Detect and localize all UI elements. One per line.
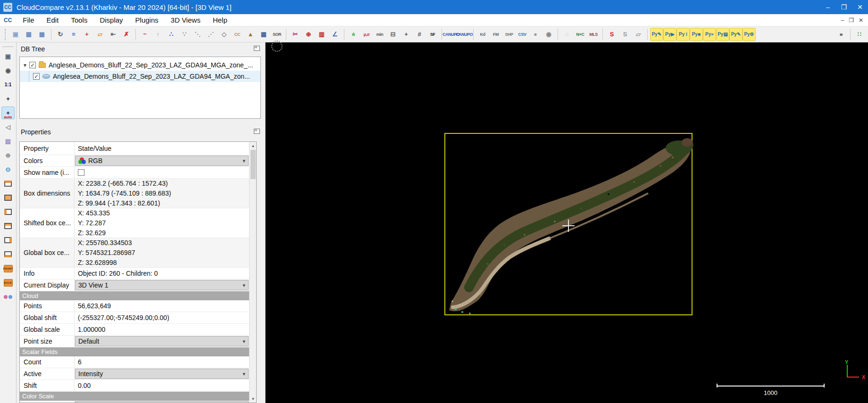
pivot-visibility-icon[interactable]: ⊕: [1, 149, 15, 162]
facet-export-icon[interactable]: ▱: [632, 28, 645, 41]
point-list-picking-icon[interactable]: ~: [138, 28, 151, 41]
sf-arithmetic-icon[interactable]: #: [413, 28, 426, 41]
colors-dropdown[interactable]: RGB▾: [75, 156, 249, 166]
python-settings-icon[interactable]: Py⚙: [743, 28, 756, 41]
csf-filter-icon[interactable]: ▲: [244, 28, 257, 41]
stereo-mode-icon[interactable]: [1, 290, 15, 303]
set-iso-back-view-icon[interactable]: BACK: [1, 276, 15, 289]
apply-transformation-icon[interactable]: +: [80, 28, 93, 41]
tree-item[interactable]: ✓Anglesea_Demons_Bluff_22_Sep_2023_LAZ_G…: [20, 71, 260, 82]
perspective-cube-icon[interactable]: ▧: [1, 135, 15, 148]
clone-icon[interactable]: ▱: [93, 28, 107, 41]
python-run-icon[interactable]: Py▶: [663, 28, 676, 41]
mdi-control-minimize[interactable]: –: [841, 17, 844, 24]
noise-filter-icon[interactable]: ⋱: [191, 28, 204, 41]
python-about-icon[interactable]: Py i: [676, 28, 690, 41]
tree-expander-icon[interactable]: ▼: [23, 63, 29, 68]
kd-tree-icon[interactable]: Kd: [476, 28, 489, 41]
mdi-control-close[interactable]: ✕: [859, 17, 863, 24]
level-tool-icon[interactable]: ∠: [328, 28, 342, 41]
tree-item-checkbox[interactable]: ✓: [29, 62, 36, 68]
set-bottom-view-icon[interactable]: [1, 248, 15, 261]
gaussian-filter-icon[interactable]: μ,σ: [360, 28, 373, 41]
spline-gray-icon[interactable]: S: [618, 28, 632, 41]
add-sf-icon[interactable]: +: [400, 28, 413, 41]
zoom-1-1-icon[interactable]: 1:1: [1, 78, 15, 91]
sphere-icon[interactable]: ●: [529, 28, 542, 41]
viewer-perspective-icon[interactable]: ◁: [1, 121, 15, 133]
set-back-view-icon[interactable]: [1, 220, 15, 232]
3d-viewport[interactable]: 1000 Y X: [266, 42, 868, 403]
masc-classifier-icon[interactable]: ∷: [853, 28, 866, 41]
fast-marching-icon[interactable]: FM: [489, 28, 502, 41]
python-repl-icon[interactable]: Py»: [703, 28, 716, 41]
menu-3d-views[interactable]: 3D Views: [165, 15, 207, 25]
canupo-classify-icon[interactable]: CANUPO: [458, 28, 471, 41]
clipping-box-icon[interactable]: ▥: [315, 28, 328, 41]
scrollbar-down-arrow[interactable]: ▼: [250, 395, 257, 403]
filter-by-value-icon[interactable]: min: [373, 28, 386, 41]
save-all-icon[interactable]: ▩: [35, 28, 49, 41]
python-doc-icon[interactable]: Py✎: [729, 28, 743, 41]
maximize-button[interactable]: ❐: [836, 0, 852, 14]
cloud-cloud-distance-icon[interactable]: CC: [231, 28, 244, 41]
set-front-view-icon[interactable]: [1, 191, 15, 204]
tree-item[interactable]: ▼✓Anglesea_Demons_Bluff_22_Sep_2023_LAZ_…: [20, 59, 260, 71]
python-editor-icon[interactable]: Py✎: [650, 28, 663, 41]
sf-color-scale-icon[interactable]: SF: [426, 28, 439, 41]
subsample-icon[interactable]: ∵: [178, 28, 191, 41]
menu-edit[interactable]: Edit: [41, 15, 65, 25]
scrollbar-up-arrow[interactable]: ▲: [250, 142, 257, 149]
properties-float-button[interactable]: [254, 129, 260, 134]
set-left-view-icon[interactable]: [1, 206, 15, 218]
segmentation-grid-icon[interactable]: ▦: [257, 28, 270, 41]
csv-file-icon[interactable]: CSV: [516, 28, 529, 41]
sample-points-icon[interactable]: ∴: [165, 28, 178, 41]
menu-file[interactable]: File: [17, 15, 40, 25]
mls-smoothing-icon[interactable]: MLS: [587, 28, 600, 41]
global-shift-settings-icon[interactable]: ↻: [54, 28, 67, 41]
histogram-icon[interactable]: ılı: [347, 28, 360, 41]
point-picking-icon[interactable]: ↑: [151, 28, 165, 41]
close-button[interactable]: ✕: [852, 0, 868, 14]
shp-file-icon[interactable]: SHP: [502, 28, 516, 41]
sor-filter-icon[interactable]: SOR: [270, 28, 284, 41]
interactive-picking-icon[interactable]: ◇: [217, 28, 231, 41]
menu-tools[interactable]: Tools: [65, 15, 93, 25]
zoom-fit-icon[interactable]: ⊙: [1, 163, 15, 176]
translate-rotate-icon[interactable]: ⊕: [302, 28, 315, 41]
auto-pick-rotation-center-icon[interactable]: +auto: [1, 107, 15, 119]
menu-display[interactable]: Display: [93, 15, 129, 25]
pcl-plugin-icon[interactable]: ◌: [560, 28, 574, 41]
spline-red-icon[interactable]: S: [605, 28, 618, 41]
merge-icon[interactable]: ⇤: [107, 28, 120, 41]
point-size-dropdown[interactable]: Default▾: [75, 336, 249, 346]
color-scale-current-dropdown[interactable]: G...▾: [75, 401, 249, 403]
set-iso-front-view-icon[interactable]: FRONT: [1, 262, 15, 275]
open-icon[interactable]: ▣: [9, 28, 22, 41]
normals-compute-icon[interactable]: N+C: [574, 28, 587, 41]
python-packages-icon[interactable]: Py▤: [716, 28, 729, 41]
show-name-checkbox[interactable]: [78, 169, 84, 176]
delete-sf-icon[interactable]: ⊟: [386, 28, 400, 41]
menu-plugins[interactable]: Plugins: [129, 15, 165, 25]
globe-icon[interactable]: ◉: [542, 28, 555, 41]
db-tree-float-button[interactable]: [254, 46, 260, 51]
set-top-view-icon[interactable]: [1, 177, 15, 190]
properties-scrollbar[interactable]: ▲ ▼: [249, 142, 256, 403]
tree-item-checkbox[interactable]: ✓: [33, 73, 40, 80]
current-display-dropdown[interactable]: 3D View 1▾: [75, 280, 249, 290]
sf-active-dropdown[interactable]: Intensity▾: [75, 369, 249, 379]
clean-outliers-icon[interactable]: ⋰: [204, 28, 217, 41]
save-icon[interactable]: ▦: [22, 28, 35, 41]
pick-rotation-center-icon[interactable]: +: [1, 92, 15, 105]
menu-help[interactable]: Help: [207, 15, 234, 25]
segment-scissors-icon[interactable]: ✂: [289, 28, 302, 41]
screenshot-icon[interactable]: ◉: [1, 64, 15, 77]
python-stop-icon[interactable]: Py■: [690, 28, 703, 41]
properties-icon[interactable]: ≡: [67, 28, 80, 41]
display-options-icon[interactable]: ▣: [1, 50, 15, 63]
mdi-control-restore[interactable]: ❐: [849, 17, 854, 24]
delete-icon[interactable]: ✗: [120, 28, 133, 41]
set-right-view-icon[interactable]: [1, 234, 15, 247]
